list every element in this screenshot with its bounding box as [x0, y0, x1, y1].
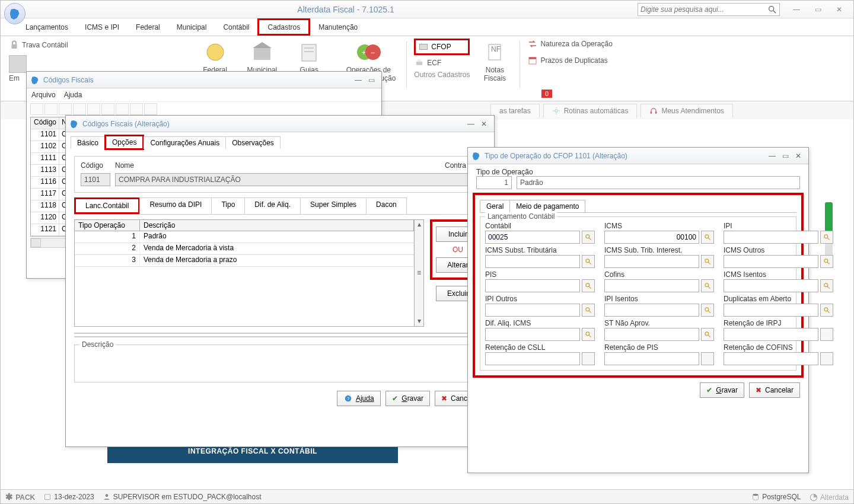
guias-icon[interactable]	[295, 40, 323, 65]
search-icon[interactable]	[767, 5, 777, 14]
tow-minimize[interactable]: —	[766, 151, 779, 161]
cf-tool-7[interactable]	[116, 103, 129, 115]
cf-tool-9[interactable]	[144, 103, 157, 115]
ret_irpj-input[interactable]	[724, 328, 818, 341]
icms_st-search-icon[interactable]	[582, 255, 595, 268]
ipi-input[interactable]	[724, 231, 818, 244]
cfa-titlebar[interactable]: Códigos Fiscais (Alteração) — ✕	[66, 116, 494, 132]
tow-gravar-button[interactable]: ✔Gravar	[700, 382, 744, 398]
tipo-num-field[interactable]	[476, 176, 512, 189]
icms-input[interactable]	[604, 231, 699, 244]
menu-municipal[interactable]: Municipal	[168, 18, 215, 36]
tab-rotinas[interactable]: Rotinas automáticas	[543, 104, 638, 117]
ret_cofins-input[interactable]	[724, 352, 818, 365]
subtab-dacon[interactable]: Dacon	[366, 197, 407, 214]
tow-titlebar[interactable]: Tipo de Operação do CFOP 1101 (Alteração…	[468, 148, 808, 164]
cf-tool-3[interactable]	[59, 103, 72, 115]
menu-manutenção[interactable]: Manutenção	[310, 18, 366, 36]
dif-search-icon[interactable]	[582, 328, 595, 341]
tab-tarefas[interactable]: as tarefas	[490, 104, 540, 117]
notas-fiscais-icon[interactable]: NF	[480, 40, 509, 65]
minimize-button[interactable]: —	[788, 4, 805, 15]
cfa-close[interactable]: ✕	[477, 119, 490, 129]
pis-input[interactable]	[485, 279, 580, 292]
subtab-resumo-da-dipi[interactable]: Resumo da DIPI	[139, 197, 212, 214]
ret_irpj-lookup-button[interactable]	[820, 328, 833, 341]
tab-atendimentos[interactable]: Meus Atendimentos	[640, 104, 732, 117]
cfa-tab-op-es[interactable]: Opções	[104, 135, 144, 150]
menu-lançamentos[interactable]: Lançamentos	[17, 18, 77, 36]
cf-menu-ajuda[interactable]: Ajuda	[64, 91, 82, 99]
operacoes-icon[interactable]: +−	[354, 40, 383, 65]
icms_ise-search-icon[interactable]	[820, 279, 833, 292]
ipi_ise-input[interactable]	[604, 304, 699, 317]
operacao-table[interactable]: Tipo Operação Descrição 1Padrão2Venda de…	[74, 219, 415, 327]
cfa-tab-configura-es-anuais[interactable]: Configurações Anuais	[144, 136, 226, 149]
contabil-input[interactable]	[485, 231, 580, 244]
icms_sti-search-icon[interactable]	[701, 255, 714, 268]
natureza-button[interactable]: Natureza da Operação	[527, 39, 612, 49]
ipi_out-search-icon[interactable]	[582, 304, 595, 317]
empresa-icon[interactable]	[9, 55, 27, 73]
federal-icon[interactable]	[201, 40, 230, 65]
op-row[interactable]: 2Venda de Mercadoria à vista	[75, 243, 414, 255]
icms_out-search-icon[interactable]	[820, 255, 833, 268]
ret_cofins-lookup-button[interactable]	[820, 352, 833, 365]
menu-cadastros[interactable]: Cadastros	[257, 18, 310, 36]
menu-contábil[interactable]: Contábil	[215, 18, 257, 36]
nome-field[interactable]	[115, 173, 479, 186]
subtab-super-simples[interactable]: Super Simples	[300, 197, 367, 214]
dif-input[interactable]	[485, 328, 580, 341]
ret_csll-lookup-button[interactable]	[582, 352, 595, 365]
cofins-input[interactable]	[604, 279, 699, 292]
cfa-tab-observa-es[interactable]: Observações	[225, 136, 281, 149]
codfiscais-titlebar[interactable]: Códigos Fiscais — ▭	[27, 72, 381, 88]
tow-restore[interactable]: ▭	[779, 151, 792, 161]
tow-close[interactable]: ✕	[792, 151, 805, 161]
ret_pis-lookup-button[interactable]	[701, 352, 714, 365]
pis-search-icon[interactable]	[582, 279, 595, 292]
close-button[interactable]: ✕	[831, 4, 847, 15]
municipal-icon[interactable]	[248, 40, 276, 65]
tow-cancelar-button[interactable]: ✖Cancelar	[749, 382, 800, 398]
tow-tab-meio-de-pagamento[interactable]: Meio de pagamento	[509, 200, 585, 212]
global-search[interactable]	[638, 3, 780, 16]
menu-icms-e-ipi[interactable]: ICMS e IPI	[77, 18, 128, 36]
cf-tool-6[interactable]	[101, 103, 114, 115]
cfop-button[interactable]: CFOP	[414, 39, 470, 55]
subtab-dif-de-aliq-[interactable]: Dif. de Aliq.	[244, 197, 301, 214]
cfa-minimize[interactable]: —	[464, 119, 477, 129]
dup-search-icon[interactable]	[820, 304, 833, 317]
contabil-search-icon[interactable]	[582, 231, 595, 244]
ajuda-button[interactable]: ?Ajuda	[337, 391, 381, 406]
st_na-input[interactable]	[604, 328, 699, 341]
icms_st-input[interactable]	[485, 255, 580, 268]
op-vscroll[interactable]: ▴ ≡ ▾	[415, 219, 424, 327]
gravar-button[interactable]: ✔Gravar	[385, 391, 430, 406]
cfa-tab-b-sico[interactable]: Básico	[71, 136, 105, 149]
cf-tool-4[interactable]	[73, 103, 86, 115]
subtab-lanc-cont-bil[interactable]: Lanc.Contábil	[74, 197, 140, 214]
icms_out-input[interactable]	[724, 255, 818, 268]
tipo-nome-field[interactable]	[517, 176, 800, 189]
prazos-button[interactable]: Prazos de Duplicatas	[527, 55, 612, 66]
st_na-search-icon[interactable]	[701, 328, 714, 341]
ipi_ise-search-icon[interactable]	[701, 304, 714, 317]
ecf-button[interactable]: ECF	[414, 58, 470, 68]
icms_sti-input[interactable]	[604, 255, 699, 268]
cf-minimize[interactable]: —	[352, 75, 365, 85]
cf-close[interactable]: ▭	[365, 75, 378, 85]
dup-input[interactable]	[724, 304, 818, 317]
op-row[interactable]: 1Padrão	[75, 231, 414, 243]
menu-federal[interactable]: Federal	[128, 18, 168, 36]
icms_ise-input[interactable]	[724, 279, 818, 292]
tow-tab-geral[interactable]: Geral	[480, 200, 510, 212]
notification-badge[interactable]: 0	[541, 90, 552, 98]
icms-search-icon[interactable]	[701, 231, 714, 244]
search-input[interactable]	[640, 5, 767, 14]
scroll-left-icon[interactable]	[31, 238, 41, 247]
codigo-field[interactable]	[81, 173, 110, 186]
op-row[interactable]: 3Venda de Mercadoria a prazo	[75, 255, 414, 267]
ipi-search-icon[interactable]	[820, 231, 833, 244]
ret_csll-input[interactable]	[485, 352, 580, 365]
